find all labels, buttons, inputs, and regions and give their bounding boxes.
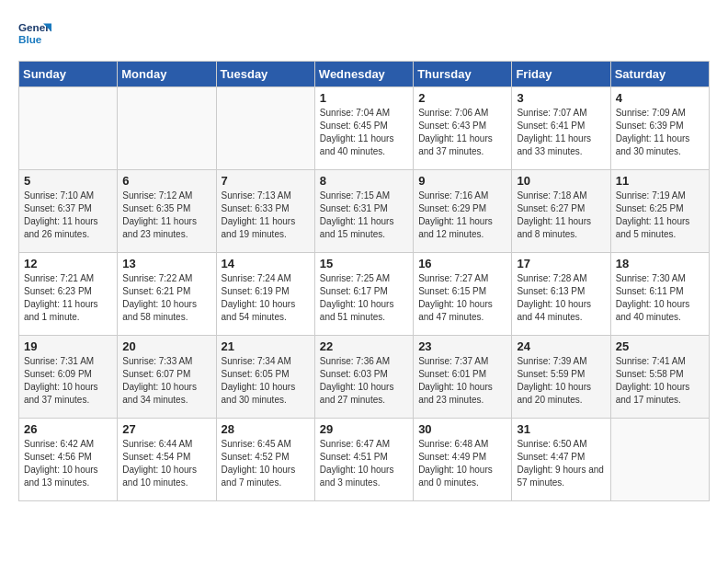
day-info: Sunrise: 6:50 AM Sunset: 4:47 PM Dayligh… (517, 438, 605, 489)
calendar-cell: 18Sunrise: 7:30 AM Sunset: 6:11 PM Dayli… (610, 253, 709, 336)
calendar-cell: 2Sunrise: 7:06 AM Sunset: 6:43 PM Daylig… (414, 87, 512, 170)
day-info: Sunrise: 7:13 AM Sunset: 6:33 PM Dayligh… (222, 190, 310, 241)
day-number: 13 (122, 257, 210, 270)
calendar-cell: 14Sunrise: 7:24 AM Sunset: 6:19 PM Dayli… (216, 253, 314, 336)
day-info: Sunrise: 7:04 AM Sunset: 6:45 PM Dayligh… (320, 107, 408, 158)
logo-icon: GeneralBlue (18, 18, 51, 52)
day-info: Sunrise: 6:47 AM Sunset: 4:51 PM Dayligh… (320, 438, 408, 489)
day-number: 18 (616, 257, 704, 270)
day-number: 14 (222, 257, 310, 270)
day-info: Sunrise: 7:37 AM Sunset: 6:01 PM Dayligh… (418, 355, 506, 407)
day-number: 25 (616, 339, 704, 353)
day-number: 4 (616, 91, 704, 105)
calendar-cell: 12Sunrise: 7:21 AM Sunset: 6:23 PM Dayli… (19, 253, 118, 336)
calendar-cell: 23Sunrise: 7:37 AM Sunset: 6:01 PM Dayli… (414, 336, 512, 419)
calendar-cell: 28Sunrise: 6:45 AM Sunset: 4:52 PM Dayli… (216, 419, 314, 501)
day-number: 24 (517, 339, 605, 353)
calendar-cell: 16Sunrise: 7:27 AM Sunset: 6:15 PM Dayli… (414, 253, 512, 336)
day-number: 20 (122, 339, 210, 353)
calendar-cell: 21Sunrise: 7:34 AM Sunset: 6:05 PM Dayli… (216, 336, 314, 419)
weekday-header: Thursday (414, 62, 512, 87)
day-number: 7 (222, 174, 310, 188)
day-info: Sunrise: 7:33 AM Sunset: 6:07 PM Dayligh… (122, 355, 210, 407)
svg-text:General: General (18, 21, 51, 33)
calendar-cell (118, 87, 216, 170)
day-info: Sunrise: 7:31 AM Sunset: 6:09 PM Dayligh… (24, 355, 112, 407)
calendar-cell: 31Sunrise: 6:50 AM Sunset: 4:47 PM Dayli… (512, 419, 610, 501)
day-info: Sunrise: 6:45 AM Sunset: 4:52 PM Dayligh… (222, 438, 310, 489)
calendar-cell: 19Sunrise: 7:31 AM Sunset: 6:09 PM Dayli… (19, 336, 118, 419)
day-number: 3 (517, 91, 605, 105)
day-info: Sunrise: 7:27 AM Sunset: 6:15 PM Dayligh… (418, 272, 506, 324)
calendar-cell: 26Sunrise: 6:42 AM Sunset: 4:56 PM Dayli… (19, 419, 118, 501)
calendar-cell: 17Sunrise: 7:28 AM Sunset: 6:13 PM Dayli… (512, 253, 610, 336)
day-info: Sunrise: 7:39 AM Sunset: 5:59 PM Dayligh… (517, 355, 605, 407)
day-number: 22 (320, 339, 408, 353)
day-number: 9 (418, 174, 506, 188)
day-number: 29 (320, 422, 408, 436)
calendar-cell: 6Sunrise: 7:12 AM Sunset: 6:35 PM Daylig… (118, 170, 216, 253)
day-number: 16 (418, 257, 506, 270)
day-number: 21 (222, 339, 310, 353)
day-number: 12 (24, 257, 112, 270)
calendar-cell: 7Sunrise: 7:13 AM Sunset: 6:33 PM Daylig… (216, 170, 314, 253)
calendar-cell: 29Sunrise: 6:47 AM Sunset: 4:51 PM Dayli… (314, 419, 413, 501)
calendar-cell (216, 87, 314, 170)
svg-text:Blue: Blue (18, 33, 42, 45)
calendar-cell: 27Sunrise: 6:44 AM Sunset: 4:54 PM Dayli… (118, 419, 216, 501)
day-number: 11 (616, 174, 704, 188)
calendar-cell: 24Sunrise: 7:39 AM Sunset: 5:59 PM Dayli… (512, 336, 610, 419)
day-info: Sunrise: 6:44 AM Sunset: 4:54 PM Dayligh… (122, 438, 210, 489)
day-info: Sunrise: 7:10 AM Sunset: 6:37 PM Dayligh… (24, 190, 112, 241)
day-info: Sunrise: 7:19 AM Sunset: 6:25 PM Dayligh… (616, 190, 704, 241)
weekday-header: Saturday (610, 62, 709, 87)
day-info: Sunrise: 7:06 AM Sunset: 6:43 PM Dayligh… (418, 107, 506, 158)
calendar-cell: 13Sunrise: 7:22 AM Sunset: 6:21 PM Dayli… (118, 253, 216, 336)
day-info: Sunrise: 7:28 AM Sunset: 6:13 PM Dayligh… (517, 272, 605, 324)
calendar-cell: 3Sunrise: 7:07 AM Sunset: 6:41 PM Daylig… (512, 87, 610, 170)
day-info: Sunrise: 7:36 AM Sunset: 6:03 PM Dayligh… (320, 355, 408, 407)
day-info: Sunrise: 7:41 AM Sunset: 5:58 PM Dayligh… (616, 355, 704, 407)
day-number: 1 (320, 91, 408, 105)
day-number: 31 (517, 422, 605, 436)
calendar-cell: 30Sunrise: 6:48 AM Sunset: 4:49 PM Dayli… (414, 419, 512, 501)
calendar-cell (19, 87, 118, 170)
day-number: 28 (222, 422, 310, 436)
day-number: 19 (24, 339, 112, 353)
day-number: 17 (517, 257, 605, 270)
day-info: Sunrise: 7:34 AM Sunset: 6:05 PM Dayligh… (222, 355, 310, 407)
day-info: Sunrise: 7:07 AM Sunset: 6:41 PM Dayligh… (517, 107, 605, 158)
weekday-header: Tuesday (216, 62, 314, 87)
day-info: Sunrise: 6:42 AM Sunset: 4:56 PM Dayligh… (24, 438, 112, 489)
day-info: Sunrise: 6:48 AM Sunset: 4:49 PM Dayligh… (418, 438, 506, 489)
weekday-header: Wednesday (314, 62, 413, 87)
header: GeneralBlue (18, 18, 710, 52)
day-info: Sunrise: 7:09 AM Sunset: 6:39 PM Dayligh… (616, 107, 704, 158)
day-info: Sunrise: 7:25 AM Sunset: 6:17 PM Dayligh… (320, 272, 408, 324)
day-number: 5 (24, 174, 112, 188)
calendar-cell: 5Sunrise: 7:10 AM Sunset: 6:37 PM Daylig… (19, 170, 118, 253)
weekday-header: Monday (118, 62, 216, 87)
day-info: Sunrise: 7:22 AM Sunset: 6:21 PM Dayligh… (122, 272, 210, 324)
calendar-cell: 1Sunrise: 7:04 AM Sunset: 6:45 PM Daylig… (314, 87, 413, 170)
day-number: 8 (320, 174, 408, 188)
day-number: 6 (122, 174, 210, 188)
day-number: 23 (418, 339, 506, 353)
day-info: Sunrise: 7:18 AM Sunset: 6:27 PM Dayligh… (517, 190, 605, 241)
day-info: Sunrise: 7:30 AM Sunset: 6:11 PM Dayligh… (616, 272, 704, 324)
day-info: Sunrise: 7:16 AM Sunset: 6:29 PM Dayligh… (418, 190, 506, 241)
calendar-cell: 9Sunrise: 7:16 AM Sunset: 6:29 PM Daylig… (414, 170, 512, 253)
day-number: 27 (122, 422, 210, 436)
calendar-cell: 20Sunrise: 7:33 AM Sunset: 6:07 PM Dayli… (118, 336, 216, 419)
calendar-cell: 15Sunrise: 7:25 AM Sunset: 6:17 PM Dayli… (314, 253, 413, 336)
weekday-header: Sunday (19, 62, 118, 87)
calendar-cell (610, 419, 709, 501)
calendar-cell: 22Sunrise: 7:36 AM Sunset: 6:03 PM Dayli… (314, 336, 413, 419)
logo: GeneralBlue (18, 18, 51, 52)
calendar-cell: 11Sunrise: 7:19 AM Sunset: 6:25 PM Dayli… (610, 170, 709, 253)
day-info: Sunrise: 7:21 AM Sunset: 6:23 PM Dayligh… (24, 272, 112, 324)
day-number: 10 (517, 174, 605, 188)
calendar-cell: 8Sunrise: 7:15 AM Sunset: 6:31 PM Daylig… (314, 170, 413, 253)
day-number: 30 (418, 422, 506, 436)
calendar-cell: 4Sunrise: 7:09 AM Sunset: 6:39 PM Daylig… (610, 87, 709, 170)
